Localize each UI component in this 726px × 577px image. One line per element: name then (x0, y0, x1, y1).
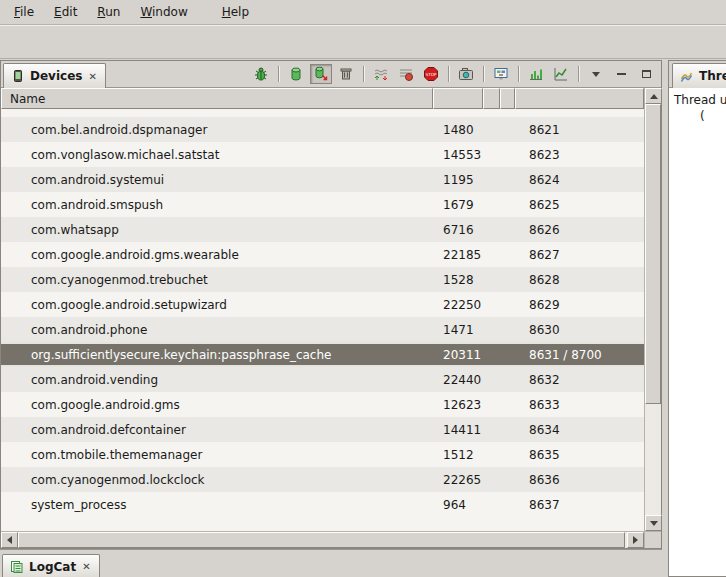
menu-edit[interactable]: Edit (44, 2, 87, 22)
table-row[interactable]: com.bel.android.dspmanager14808621 (1, 117, 644, 142)
process-name: org.sufficientlysecure.keychain:passphra… (1, 348, 433, 362)
horizontal-scroll-track[interactable] (18, 532, 627, 548)
row-strip-top (1, 109, 644, 117)
devices-panel: Devices ✕ (0, 60, 662, 549)
column-header-port[interactable] (515, 88, 644, 109)
process-name: com.bel.android.dspmanager (1, 123, 433, 137)
process-port: 8627 (515, 248, 644, 262)
toolbar-separator (448, 66, 449, 82)
vertical-scroll-track[interactable] (645, 104, 661, 515)
column-header-name[interactable]: Name (1, 88, 433, 109)
table-row[interactable]: org.sufficientlysecure.keychain:passphra… (1, 342, 644, 367)
process-pid: 1195 (433, 173, 483, 187)
main-area: Devices ✕ (0, 60, 726, 577)
menu-run[interactable]: Run (87, 2, 130, 22)
screen-capture-icon[interactable] (455, 64, 477, 84)
update-threads-icon[interactable] (370, 64, 392, 84)
table-row[interactable]: com.vonglasow.michael.satstat145538623 (1, 142, 644, 167)
process-pid: 1512 (433, 448, 483, 462)
menu-file[interactable]: File (4, 2, 44, 22)
table-row[interactable]: com.cyanogenmod.lockclock222658636 (1, 467, 644, 492)
process-name: com.tmobile.thememanager (1, 448, 433, 462)
svg-text:STOP: STOP (425, 72, 437, 77)
toolbar-separator (518, 66, 519, 82)
toolbar-separator (278, 66, 279, 82)
process-name: system_process (1, 498, 433, 512)
process-port: 8634 (515, 423, 644, 437)
table-row[interactable]: com.google.android.gms.wearable221858627 (1, 242, 644, 267)
process-port: 8636 (515, 473, 644, 487)
opengl-trace-icon[interactable] (550, 64, 572, 84)
column-header-spacer[interactable] (500, 88, 515, 109)
process-name: com.whatsapp (1, 223, 433, 237)
process-name: com.android.systemui (1, 173, 433, 187)
table-row[interactable]: com.android.defcontainer144118634 (1, 417, 644, 442)
tab-threads-label: Threads (699, 69, 726, 83)
menu-help[interactable]: Help (212, 2, 259, 22)
process-name: com.google.android.setupwizard (1, 298, 433, 312)
table-row[interactable]: com.cyanogenmod.trebuchet15288628 (1, 267, 644, 292)
rows-viewport: com.bel.android.dspmanager14808621com.vo… (1, 109, 644, 531)
cause-gc-icon[interactable] (335, 64, 357, 84)
process-port: 8624 (515, 173, 644, 187)
minimize-icon[interactable] (610, 64, 632, 84)
view-menu-chevron-icon[interactable] (585, 64, 607, 84)
process-port: 8630 (515, 323, 644, 337)
scroll-up-button[interactable] (645, 88, 662, 104)
threads-panel: Threads ✕ Thread up ( (668, 60, 726, 577)
process-pid: 12623 (433, 398, 483, 412)
tab-devices-close-icon[interactable]: ✕ (87, 71, 97, 82)
tab-logcat-close-icon[interactable]: ✕ (81, 561, 91, 572)
device-table-rows: com.bel.android.dspmanager14808621com.vo… (1, 117, 644, 517)
process-port: 8621 (515, 123, 644, 137)
start-method-profiling-icon[interactable] (395, 64, 417, 84)
tab-devices-label: Devices (30, 69, 82, 83)
process-pid: 20311 (433, 348, 483, 362)
column-header-spacer[interactable] (483, 88, 500, 109)
tab-devices[interactable]: Devices ✕ (3, 63, 106, 88)
vertical-scroll-thumb[interactable] (645, 104, 661, 404)
process-port: 8625 (515, 198, 644, 212)
tab-threads[interactable]: Threads ✕ (672, 63, 726, 88)
devices-toolbar: STOP (250, 64, 661, 87)
process-pid: 1471 (433, 323, 483, 337)
process-name: com.google.android.gms (1, 398, 433, 412)
table-row[interactable]: com.google.android.gms126238633 (1, 392, 644, 417)
column-header-pid[interactable] (433, 88, 483, 109)
capture-systrace-icon[interactable] (525, 64, 547, 84)
table-row[interactable]: com.android.vending224408632 (1, 367, 644, 392)
horizontal-scroll-thumb[interactable] (18, 532, 625, 548)
vertical-scrollbar[interactable] (644, 88, 661, 531)
threads-content: Thread up ( (669, 88, 726, 576)
table-row[interactable]: com.whatsapp67168626 (1, 217, 644, 242)
table-row[interactable]: com.android.smspush16798625 (1, 192, 644, 217)
scrollbar-corner (644, 532, 661, 548)
process-pid: 1528 (433, 273, 483, 287)
dump-hprof-icon[interactable] (310, 64, 332, 84)
stop-process-icon[interactable]: STOP (420, 64, 442, 84)
process-name: com.cyanogenmod.lockclock (1, 473, 433, 487)
view-hierarchy-icon[interactable] (490, 64, 512, 84)
process-port: 8629 (515, 298, 644, 312)
scroll-down-button[interactable] (645, 515, 662, 531)
process-pid: 22250 (433, 298, 483, 312)
process-name: com.vonglasow.michael.satstat (1, 148, 433, 162)
devices-tabbar: Devices ✕ (1, 61, 661, 88)
process-name: com.android.vending (1, 373, 433, 387)
table-row[interactable]: com.google.android.setupwizard222508629 (1, 292, 644, 317)
maximize-icon[interactable] (635, 64, 657, 84)
process-pid: 964 (433, 498, 483, 512)
update-heap-icon[interactable] (285, 64, 307, 84)
table-row[interactable]: system_process9648637 (1, 492, 644, 517)
horizontal-scrollbar[interactable] (1, 531, 661, 548)
menu-window[interactable]: Window (130, 2, 197, 22)
process-pid: 14411 (433, 423, 483, 437)
table-row[interactable]: com.android.phone14718630 (1, 317, 644, 342)
debug-icon[interactable] (250, 64, 272, 84)
scroll-left-button[interactable] (1, 532, 18, 548)
table-row[interactable]: com.tmobile.thememanager15128635 (1, 442, 644, 467)
table-row[interactable]: com.android.systemui11958624 (1, 167, 644, 192)
process-port: 8628 (515, 273, 644, 287)
tab-logcat[interactable]: LogCat ✕ (2, 554, 100, 577)
scroll-right-button[interactable] (627, 532, 644, 548)
